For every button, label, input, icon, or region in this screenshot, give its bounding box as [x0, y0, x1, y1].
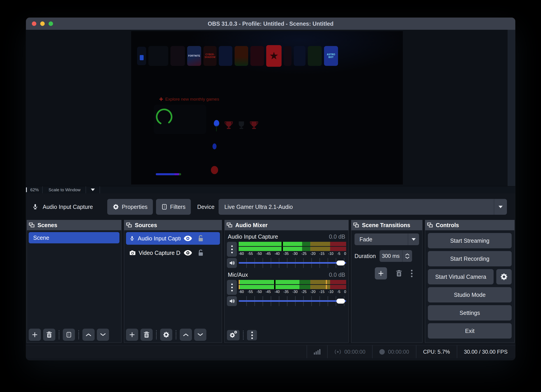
- duration-row: Duration 300 ms: [354, 250, 419, 262]
- meter-scale-tick: -20: [310, 290, 315, 294]
- meter-scale-tick: -5: [337, 252, 340, 256]
- record-time: 00:00:00: [388, 349, 409, 355]
- fps-counter: 30.00 / 30.00 FPS: [457, 345, 515, 358]
- zoom-window-button[interactable]: [49, 21, 53, 26]
- sources-toolbar: [126, 329, 220, 341]
- properties-button[interactable]: Properties: [107, 199, 153, 215]
- channel-options-button[interactable]: [227, 280, 237, 295]
- source-properties-button[interactable]: [160, 329, 172, 341]
- chevron-down-icon[interactable]: [405, 256, 410, 259]
- meter-scale-tick: 0: [344, 290, 346, 294]
- duration-spinbox[interactable]: 300 ms: [380, 250, 412, 262]
- game-tile: CYBER-SHADOW: [203, 46, 217, 66]
- start-streaming-button[interactable]: Start Streaming: [428, 233, 512, 248]
- device-dropdown-button[interactable]: [494, 199, 507, 215]
- filters-button[interactable]: Filters: [156, 199, 191, 215]
- move-scene-down-button[interactable]: [97, 329, 109, 341]
- transition-select[interactable]: Fade: [354, 234, 419, 245]
- virtual-camera-config-button[interactable]: [496, 269, 512, 285]
- channel-name: Audio Input Capture: [228, 234, 278, 240]
- panel-icon: [126, 223, 132, 228]
- mute-button[interactable]: [227, 296, 237, 306]
- start-virtual-camera-button[interactable]: Start Virtual Camera: [428, 269, 494, 285]
- channel-options-button[interactable]: [227, 242, 237, 257]
- volume-slider[interactable]: [239, 258, 346, 268]
- settings-button[interactable]: Settings: [428, 305, 512, 321]
- exit-button[interactable]: Exit: [428, 323, 512, 339]
- transitions-panel-title: Scene Transitions: [362, 222, 410, 229]
- chevron-down-icon: [412, 238, 416, 241]
- slider-handle[interactable]: [336, 260, 345, 265]
- scene-list-item[interactable]: Scene: [29, 232, 120, 243]
- transition-dropdown-button[interactable]: [408, 234, 419, 245]
- meter-scale: -60-55-50-45-40-35-30-25-20-15-10-50: [239, 289, 346, 294]
- duration-stepper[interactable]: [402, 250, 412, 262]
- record-time-segment: 00:00:00: [372, 345, 416, 358]
- toolbar-separator: [78, 330, 79, 339]
- scale-mode-dropdown-button[interactable]: [86, 186, 100, 193]
- meter-scale-tick: -10: [328, 290, 333, 294]
- advanced-audio-button[interactable]: [227, 330, 239, 340]
- traffic-lights: [32, 18, 53, 30]
- game-tile: FORTNITE: [187, 46, 201, 66]
- zoom-level: 62%: [27, 186, 43, 193]
- channel-name: Mic/Aux: [228, 272, 248, 278]
- scale-mode-select[interactable]: Scale to Window: [43, 186, 86, 193]
- mixer-options-button[interactable]: [247, 330, 257, 340]
- source-row-audio[interactable]: Audio Input Captur: [126, 232, 220, 245]
- meter-scale-tick: -15: [319, 290, 324, 294]
- slider-handle[interactable]: [336, 299, 345, 304]
- controls-panel: Controls Start Streaming Start Recording…: [425, 220, 515, 343]
- controls-panel-header: Controls: [425, 220, 515, 230]
- source-name: Audio Input Captur: [138, 235, 181, 242]
- remove-transition-button[interactable]: [395, 270, 402, 277]
- scene-filters-button[interactable]: [63, 329, 75, 341]
- lock-open-icon[interactable]: [198, 235, 204, 242]
- add-scene-button[interactable]: [29, 329, 41, 341]
- device-select[interactable]: Live Gamer Ultra 2.1-Audio: [218, 199, 507, 215]
- obs-window: OBS 31.0.3 - Profile: Untitled - Scenes:…: [26, 18, 515, 360]
- virtual-camera-row: Start Virtual Camera: [428, 269, 512, 285]
- globe-icon: [214, 120, 219, 127]
- start-recording-button[interactable]: Start Recording: [428, 251, 512, 266]
- remove-source-button[interactable]: [140, 329, 153, 341]
- volume-slider[interactable]: [239, 296, 346, 306]
- move-source-down-button[interactable]: [194, 329, 206, 341]
- source-row-video[interactable]: Video Capture Devi: [126, 247, 220, 259]
- preview-scrollbar[interactable]: [507, 30, 515, 186]
- studio-mode-button[interactable]: Studio Mode: [428, 287, 512, 302]
- filter-icon: [161, 204, 167, 210]
- panel-icon: [227, 223, 233, 228]
- minimize-window-button[interactable]: [40, 21, 45, 26]
- slider-track: [239, 300, 346, 302]
- stream-time-segment: 00:00:00: [327, 345, 372, 358]
- move-scene-up-button[interactable]: [83, 329, 95, 341]
- visibility-eye-icon[interactable]: [184, 236, 192, 241]
- game-tile-row: FORTNITECYBER-SHADOW★ASTRO BOT: [137, 45, 338, 67]
- mixer-panel-title: Audio Mixer: [235, 222, 268, 229]
- preview-canvas[interactable]: FORTNITECYBER-SHADOW★ASTRO BOT ✚ Explore…: [131, 31, 403, 184]
- cpu-usage: CPU: 5.7%: [416, 345, 457, 358]
- trash-icon: [46, 331, 52, 338]
- remove-scene-button[interactable]: [43, 329, 55, 341]
- game-marker: [213, 143, 217, 149]
- move-source-up-button[interactable]: [180, 329, 192, 341]
- close-window-button[interactable]: [32, 21, 36, 26]
- meter-scale-tick: -35: [283, 290, 289, 294]
- plus-icon: [378, 270, 384, 276]
- add-source-button[interactable]: [126, 329, 138, 341]
- mute-button[interactable]: [227, 258, 237, 268]
- meter-scale-tick: -40: [275, 290, 280, 294]
- lock-open-icon[interactable]: [198, 249, 204, 256]
- trophy-row: [214, 120, 259, 131]
- chevron-up-icon[interactable]: [405, 253, 410, 256]
- meter-scale-tick: -60: [239, 252, 244, 256]
- add-transition-button[interactable]: [375, 267, 387, 280]
- transition-options-button[interactable]: [411, 270, 412, 277]
- banner-text: Explore new monthly games: [165, 97, 219, 102]
- title-bar: OBS 31.0.3 - Profile: Untitled - Scenes:…: [26, 18, 515, 30]
- meter-scale-tick: -5: [337, 290, 340, 294]
- visibility-eye-icon[interactable]: [184, 250, 192, 255]
- toolbar-separator: [156, 330, 157, 339]
- gear-icon: [113, 204, 119, 210]
